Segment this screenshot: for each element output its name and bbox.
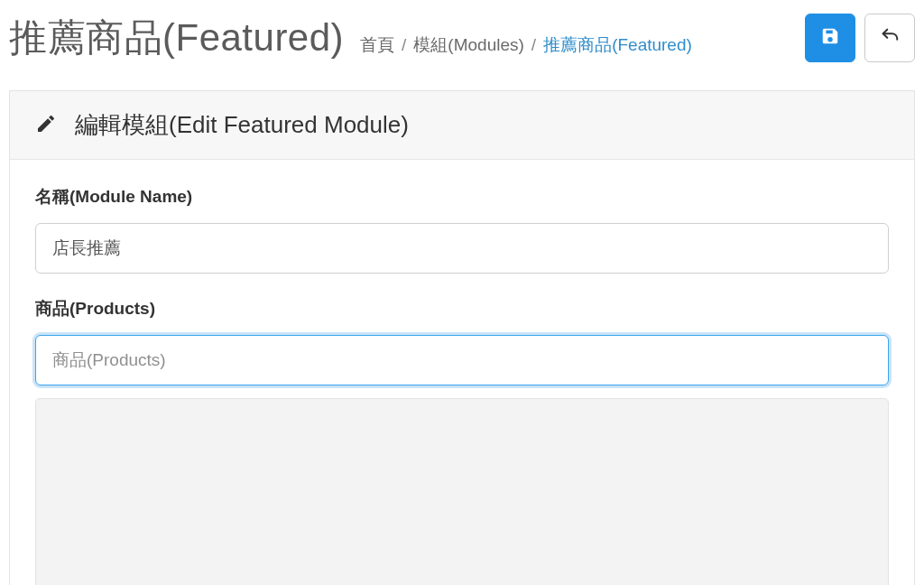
back-button[interactable] <box>864 14 915 62</box>
page-header-left: 推薦商品(Featured) 首頁 / 模組(Modules) / 推薦商品(F… <box>9 13 692 63</box>
pencil-icon <box>35 113 57 138</box>
form-group-products: 商品(Products) Fulife豐沛頂級酵素液 兒童酵素液 蕎伊高纖粉 豐… <box>35 297 889 585</box>
page-header: 推薦商品(Featured) 首頁 / 模組(Modules) / 推薦商品(F… <box>0 0 924 90</box>
form-group-name: 名稱(Module Name) <box>35 185 889 274</box>
products-label: 商品(Products) <box>35 297 889 320</box>
panel-heading-title: 編輯模組(Edit Featured Module) <box>75 109 409 141</box>
panel-body: 名稱(Module Name) 商品(Products) Fulife豐沛頂級酵… <box>10 160 914 585</box>
breadcrumb: 首頁 / 模組(Modules) / 推薦商品(Featured) <box>360 33 692 57</box>
panel-heading: 編輯模組(Edit Featured Module) <box>10 91 914 160</box>
module-name-input[interactable] <box>35 223 889 274</box>
edit-panel: 編輯模組(Edit Featured Module) 名稱(Module Nam… <box>9 90 915 585</box>
selected-products-well <box>35 398 889 585</box>
breadcrumb-home[interactable]: 首頁 <box>360 33 394 57</box>
products-input[interactable] <box>35 335 889 385</box>
page-title: 推薦商品(Featured) <box>9 13 344 63</box>
save-icon <box>820 26 840 50</box>
breadcrumb-sep: / <box>531 35 536 55</box>
page-header-actions <box>805 14 915 62</box>
breadcrumb-sep: / <box>402 35 406 55</box>
save-button[interactable] <box>805 14 855 62</box>
back-arrow-icon <box>880 26 900 50</box>
breadcrumb-modules[interactable]: 模組(Modules) <box>413 33 523 57</box>
module-name-label: 名稱(Module Name) <box>35 185 889 209</box>
breadcrumb-current[interactable]: 推薦商品(Featured) <box>543 33 692 57</box>
